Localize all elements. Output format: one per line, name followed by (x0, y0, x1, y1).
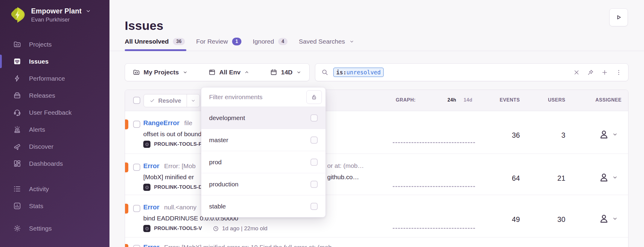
sidebar-item-user-feedback[interactable]: User Feedback (0, 104, 109, 121)
replay-tour-button[interactable] (609, 8, 628, 26)
sidebar-item-activity[interactable]: Activity (0, 180, 109, 197)
graph-range-14d[interactable]: 14d (464, 97, 472, 103)
search-token[interactable]: is:unresolved (333, 67, 384, 77)
nav-spacer (0, 214, 109, 220)
project-slug[interactable]: PROLINK-TOOLS-DE (154, 184, 206, 190)
sidebar-item-discover[interactable]: Discover (0, 138, 109, 155)
issue-row[interactable]: RangeErrorfile offset is out of bounds P… (125, 111, 628, 154)
date-range-filter-button[interactable]: 14D (270, 69, 302, 76)
env-option-checkbox[interactable] (310, 114, 318, 122)
sidebar-item-label: Releases (29, 92, 55, 99)
tab-all-unresolved[interactable]: All Unresolved 36 (125, 38, 185, 45)
row-checkbox[interactable] (133, 245, 140, 247)
issue-title-link[interactable]: Error (143, 162, 159, 170)
error-level-indicator (125, 244, 128, 247)
clear-search-icon[interactable] (573, 69, 580, 76)
env-option-development[interactable]: development (201, 107, 325, 129)
env-option-production[interactable]: production (201, 173, 325, 195)
issue-message: [MobX] minified er (143, 174, 194, 181)
org-logo (10, 7, 25, 23)
project-slug[interactable]: PROLINK-TOOLS-FN (154, 141, 205, 147)
chevron-down-icon (85, 8, 91, 14)
assignee-selector[interactable] (598, 129, 618, 140)
env-option-checkbox[interactable] (310, 203, 318, 210)
sidebar-item-label: Performance (29, 75, 65, 82)
org-user-name: Evan Purkhiser (31, 16, 91, 23)
pin-filter-button[interactable] (306, 90, 322, 104)
tab-saved-searches[interactable]: Saved Searches (299, 38, 354, 45)
environment-filter-button[interactable]: All Env (208, 69, 249, 76)
sidebar-item-settings[interactable]: Settings (0, 220, 109, 237)
tab-label: Ignored (253, 38, 274, 45)
env-option-prod[interactable]: prod (201, 151, 325, 173)
sidebar-item-label: Activity (29, 185, 49, 193)
environment-filter-input[interactable]: Filter environments (209, 93, 303, 101)
issue-message-tail: github.co… (327, 174, 359, 181)
issue-row[interactable]: ErrorError: [MobX] minified error nr: 19… (125, 237, 628, 247)
events-count: 49 (481, 215, 520, 224)
column-header-users: USERS (526, 97, 565, 103)
user-icon (598, 172, 610, 183)
env-option-checkbox[interactable] (310, 181, 318, 188)
assignee-selector[interactable] (598, 172, 618, 183)
sidebar-item-label: Discover (29, 143, 54, 150)
project-avatar (143, 225, 150, 232)
active-indicator (0, 55, 2, 68)
graph-range-24h[interactable]: 24h (447, 97, 456, 103)
chevron-down-icon (182, 70, 188, 75)
row-checkbox[interactable] (133, 164, 140, 171)
sidebar-item-dashboards[interactable]: Dashboards (0, 155, 109, 172)
resolve-dropdown-toggle[interactable] (187, 94, 200, 107)
env-option-master[interactable]: master (201, 129, 325, 151)
issue-search-bar[interactable]: is:unresolved (315, 63, 628, 81)
sidebar-item-alerts[interactable]: Alerts (0, 121, 109, 138)
column-header-graph: GRAPH: (396, 97, 416, 103)
org-switcher[interactable]: Empower Plant Evan Purkhiser (10, 7, 91, 23)
chevron-up-icon (244, 70, 249, 75)
sidebar-item-projects[interactable]: Projects (0, 36, 109, 53)
chevron-down-icon (612, 216, 618, 222)
users-count: 3 (526, 131, 565, 139)
activity-list-icon (13, 185, 21, 193)
telescope-icon (13, 142, 21, 151)
issue-title-link[interactable]: Error (143, 203, 159, 211)
environment-filter-label: All Env (219, 69, 240, 76)
sidebar-item-stats[interactable]: Stats (0, 197, 109, 214)
dashboard-grid-icon (13, 159, 21, 168)
users-count: 30 (526, 215, 565, 224)
sidebar-item-performance[interactable]: Performance (0, 70, 109, 87)
user-icon (598, 129, 610, 140)
table-header: Resolve GRAPH: 24h 14d EVENTS USERS ASSI… (125, 90, 628, 111)
assignee-selector[interactable] (598, 213, 618, 224)
sidebar-item-issues[interactable]: Issues (0, 53, 109, 70)
row-checkbox[interactable] (133, 205, 140, 212)
tab-label: Saved Searches (299, 38, 345, 45)
issue-title-link[interactable]: Error (143, 243, 159, 247)
issue-row[interactable]: ErrorError: [Mob or at: (mob… [MobX] min… (125, 154, 628, 195)
project-filter-button[interactable]: My Projects (133, 69, 188, 76)
headset-icon (13, 108, 21, 116)
tab-for-review[interactable]: For Review 1 (196, 38, 241, 45)
select-all-checkbox[interactable] (133, 97, 140, 104)
sidebar-item-releases[interactable]: Releases (0, 87, 109, 104)
tab-ignored[interactable]: Ignored 4 (253, 38, 287, 45)
issues-stack-icon (13, 57, 21, 65)
row-checkbox[interactable] (133, 121, 140, 128)
env-option-label: development (209, 114, 245, 122)
sidebar-item-label: Issues (29, 58, 48, 65)
issue-title-link[interactable]: RangeError (143, 119, 179, 127)
add-search-icon[interactable] (601, 69, 608, 76)
project-slug[interactable]: PROLINK-TOOLS-V (154, 225, 202, 231)
overflow-menu-icon[interactable] (615, 69, 622, 76)
gear-icon (13, 224, 21, 232)
env-option-stable[interactable]: stable (201, 195, 325, 217)
resolve-button[interactable]: Resolve (144, 94, 200, 107)
error-level-indicator (125, 119, 128, 129)
pin-search-icon[interactable] (587, 69, 594, 76)
env-option-checkbox[interactable] (310, 136, 318, 144)
chevron-down-icon (296, 70, 302, 75)
page-title: Issues (125, 19, 163, 33)
env-option-checkbox[interactable] (310, 159, 318, 166)
issue-row[interactable]: Errornull.<anony bind EADDRINUSE 0.0.0.0… (125, 195, 628, 237)
sidebar-nav: Projects Issues Performance Releases Use… (0, 36, 109, 237)
